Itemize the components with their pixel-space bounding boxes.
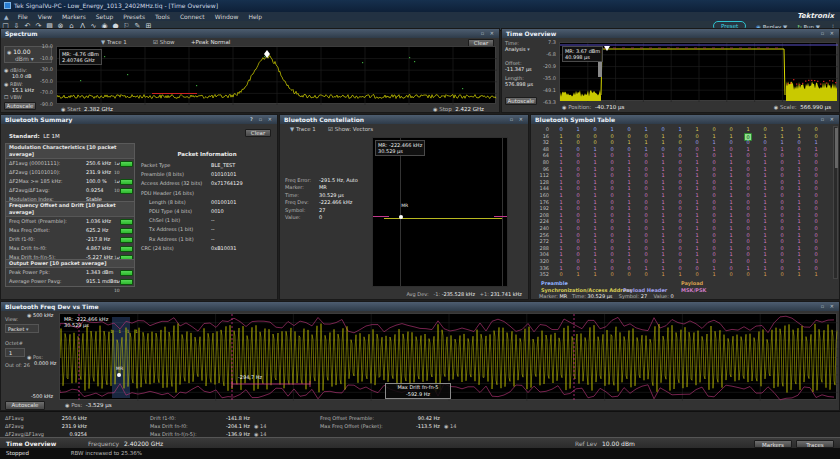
symbol-bit: 1 (761, 179, 769, 186)
symbol-bit: 0 (642, 179, 650, 186)
menu-connect[interactable]: Connect (175, 12, 210, 21)
symbol-bit: 1 (727, 258, 735, 265)
view-dropdown[interactable]: Packet ▾ (5, 324, 39, 333)
rbw-control[interactable]: ◉ RBW:15.1 kHz (4, 81, 34, 93)
y-axis-tick: -63.3 (540, 99, 556, 105)
symbol-row-index: 0 (533, 126, 549, 133)
symbol-bit: 1 (591, 251, 599, 258)
frequency-value[interactable]: 2.40200 GHz (124, 440, 163, 447)
spectrum-autoscale-button[interactable]: Autoscale (4, 102, 36, 110)
symbol-bit: 0 (676, 258, 684, 265)
menu-tools[interactable]: Tools (150, 12, 175, 21)
symbol-row-index: 288 (533, 245, 549, 252)
symbol-bit: 1 (557, 258, 565, 265)
spectrum-panel-header[interactable]: Spectrum▫ ✕ (1, 29, 499, 38)
symbol-bit: 1 (778, 146, 786, 153)
symbol-bit: 0 (608, 258, 616, 265)
symbol-table-row: 961010101010101010 (533, 166, 829, 173)
fdev-bottom-pos[interactable]: ◉ Pos: -3.529 µs (65, 402, 112, 408)
stop-frequency[interactable]: ◉ Stop 2.422 GHz (433, 106, 484, 112)
vbw-checkbox[interactable]: ☐ VBW (4, 94, 22, 100)
fdev-marker-dot[interactable] (117, 373, 121, 377)
start-frequency[interactable]: ◉ Start 2.382 GHz (61, 106, 113, 112)
symbol-bit: 0 (744, 238, 752, 245)
constellation-panel-header[interactable]: Bluetooth Constellation▫ ✕ (280, 115, 528, 124)
symbol-bit: 0 (710, 238, 718, 245)
symbol-bit: 1 (625, 185, 633, 192)
length-control[interactable]: Length:576.898 µs (505, 75, 533, 87)
symbol-bit: 1 (710, 146, 718, 153)
symbol-bit: 0 (642, 232, 650, 239)
symbol-row-index: 336 (533, 265, 549, 272)
summary-panel-header[interactable]: Bluetooth Summary? ▫ ✕ (1, 115, 277, 124)
menu-window[interactable]: Window (210, 12, 244, 21)
vertical-pos-field[interactable]: ◉ Pos:0.000 Hz (27, 354, 56, 366)
symbol-table-panel-header[interactable]: Bluetooth Symbol Table▫ ✕ (531, 115, 839, 124)
symbol-bit: 1 (676, 126, 684, 133)
panel-window-icons[interactable]: ▫ ✕ (821, 29, 836, 38)
symbol-row-index: 320 (533, 258, 549, 265)
symbol-grid[interactable]: 0010101011001010016100000100110111032100… (533, 126, 829, 279)
menu-help[interactable]: Help (243, 12, 267, 21)
symbol-bit: 0 (744, 218, 752, 225)
menu-collapse-icon[interactable]: ▲ (0, 13, 13, 20)
symbol-bit: 0 (812, 205, 820, 212)
markers-button[interactable]: Markers (754, 440, 792, 448)
spectrum-plot[interactable]: MR: -4.76 dBm2.40746 GHz (56, 46, 496, 104)
trace-type-label[interactable]: +Peak Normal (191, 39, 230, 45)
menu-markers[interactable]: Markers (57, 12, 91, 21)
noise-left (560, 90, 601, 101)
menu-view[interactable]: View (33, 12, 57, 21)
menu-presets[interactable]: Presets (118, 12, 150, 21)
symbol-table-row: 1441010101010101010 (533, 185, 829, 192)
freq-dev-plot[interactable]: MR: -222.466 kHz30.529 µs 1 1 1 1 -294.7… (59, 313, 837, 400)
dbdiv-control[interactable]: ◉ dB/div:10.0 dB (4, 67, 31, 79)
panel-window-icons[interactable]: ▫ ✕ (481, 29, 496, 38)
packet-info-label: Length (8 bits) (149, 198, 186, 207)
marker-tag: MR (401, 203, 408, 208)
panel-window-icons[interactable]: ? ▫ ✕ (250, 115, 274, 124)
symbol-bit: 1 (591, 232, 599, 239)
legend-p: Preamble (541, 280, 568, 286)
symbol-table-scrollbar[interactable] (833, 126, 838, 279)
panel-window-icons[interactable]: ▫ ✕ (821, 115, 836, 124)
offset-control[interactable]: Offset:-11.347 µs (505, 60, 532, 72)
symbol-bit: 0 (710, 172, 718, 179)
scale-field[interactable]: ◉ Scale: 566.990 µs (774, 104, 831, 110)
symbol-bit: 1 (710, 139, 718, 146)
packet-index-badge[interactable]: ◉ 14 (254, 423, 266, 429)
panel-window-icons[interactable]: ▫ ✕ (510, 115, 525, 124)
symbol-bit: 1 (795, 265, 803, 272)
active-view-label[interactable]: Time Overview (6, 440, 56, 447)
time-overview-plot[interactable]: MR: 3.67 dBm40.998 µs (559, 42, 837, 101)
show-checkbox[interactable]: ☑ Show (153, 39, 175, 45)
traces-button[interactable]: Traces (796, 440, 834, 448)
freq-dev-panel-header[interactable]: Bluetooth Freq Dev vs Time▫ ✕ (1, 302, 839, 311)
menu-setup[interactable]: Setup (91, 12, 118, 21)
symbol-bit: 1 (625, 139, 633, 146)
time-overview-panel: Time Overview▫ ✕ Time: Analysis ▾ Offset… (501, 28, 840, 113)
const-show-checkbox[interactable]: ☑ Show: Vectors (328, 126, 373, 132)
symbol-bit: 1 (659, 172, 667, 179)
constellation-plot[interactable]: MR MR: -222.466 kHz30.529 µs (372, 137, 508, 287)
packet-index-badge[interactable]: ◉ 14 (444, 423, 456, 429)
symbol-bit: 1 (761, 258, 769, 265)
timeov-autoscale-button[interactable]: Autoscale (505, 97, 537, 105)
pass-badge (120, 228, 133, 234)
symbol-bit: 0 (744, 159, 752, 166)
summary-clear-button[interactable]: Clear (245, 129, 271, 137)
panel-window-icons[interactable]: ▫ ✕ (821, 302, 836, 311)
octet-input[interactable]: 1 (5, 348, 25, 357)
trace-selector[interactable]: ▼ Trace 1 (101, 39, 127, 45)
symbol-bit: 0 (642, 238, 650, 245)
const-trace-selector[interactable]: ▼ Trace 1 (290, 126, 316, 132)
position-field[interactable]: ◉ Position: -40.710 µs (562, 104, 624, 110)
time-mode-control[interactable]: Time: Analysis ▾ (505, 40, 530, 52)
freqdev-autoscale-button[interactable]: Autoscale (5, 401, 45, 410)
scale-top-label[interactable]: ◉ 500 kHz (27, 312, 53, 318)
menu-file[interactable]: File (13, 12, 33, 21)
metric-item: Drift f1-f0:-141.8 Hz (150, 414, 250, 422)
max-trace-dot (823, 81, 824, 82)
symbol-bit: 1 (693, 126, 701, 133)
time-overview-panel-header[interactable]: Time Overview▫ ✕ (502, 29, 839, 38)
